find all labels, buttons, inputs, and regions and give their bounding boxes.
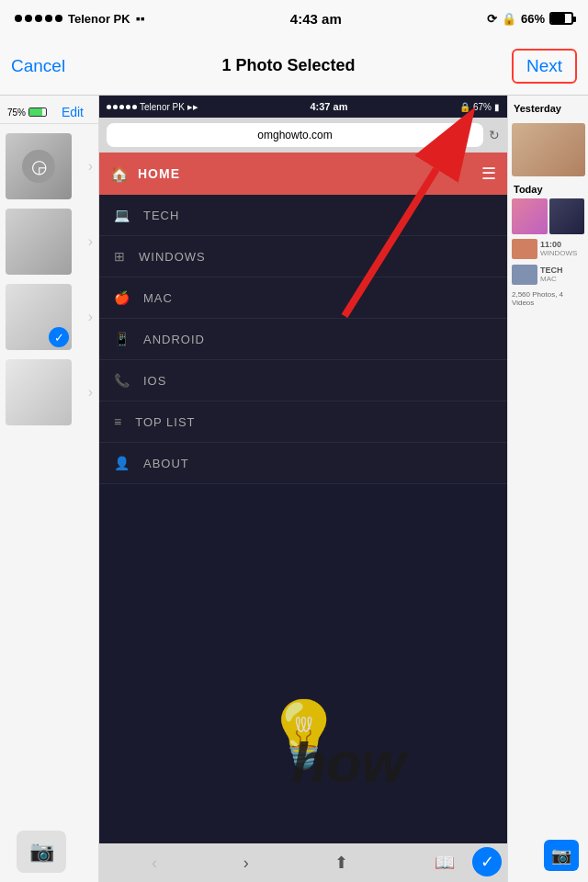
bookmark-icon[interactable]: 📖	[435, 853, 455, 873]
chevron-right-4: ›	[88, 384, 93, 401]
today-thumb-1[interactable]	[512, 198, 548, 234]
mac-label: MAC	[143, 291, 173, 305]
tech-icon: 💻	[114, 208, 130, 222]
site-nav-bar: 🏠 HOME ☰	[99, 153, 507, 195]
inner-status-bar: Telenor PK ▸▸ 4:37 am 🔒 67% ▮	[99, 96, 507, 118]
menu-item-android[interactable]: 📱 ANDROID	[99, 319, 507, 360]
about-icon: 👤	[114, 456, 130, 470]
list-item-text-2: TECH MAC	[540, 265, 563, 285]
tech-label: TECH	[143, 209, 179, 222]
url-field[interactable]: omghowto.com	[107, 123, 483, 147]
list-mini-thumb-2[interactable]	[512, 265, 537, 285]
main-content: 75% Edit ◶ › › ✓	[0, 96, 588, 882]
time-label: 4:43 am	[290, 11, 342, 27]
share-button[interactable]: ⬆	[334, 853, 348, 873]
status-right: ⟳ 🔒 66%	[487, 12, 573, 26]
carrier-label: Telenor PK	[68, 12, 130, 26]
status-left: Telenor PK ▪▪	[15, 11, 145, 26]
camera-button[interactable]: 📷	[544, 840, 579, 871]
list-mini-thumb-1[interactable]	[512, 239, 537, 259]
menu-item-toplist[interactable]: ≡ TOP LIST	[99, 401, 507, 443]
battery-icon	[549, 12, 573, 25]
menu-item-about[interactable]: 👤 ABOUT	[99, 443, 507, 484]
windows-label: WINDOWS	[139, 250, 206, 264]
back-button[interactable]: ‹	[152, 854, 157, 873]
inner-lock-icon: 🔒	[459, 102, 470, 112]
home-icon: 🏠	[110, 165, 129, 183]
how-watermark: how	[292, 729, 406, 795]
mac-icon: 🍎	[114, 290, 130, 305]
list-item-1: 11:00 WINDOWS	[508, 236, 588, 262]
nav-bar: Cancel 1 Photo Selected Next	[0, 37, 588, 96]
website-content: 🏠 HOME ☰ 💻 TECH ⊞ WINDOWS 🍎 MAC	[99, 153, 507, 484]
inner-status-left: Telenor PK ▸▸	[107, 101, 198, 113]
reload-icon[interactable]: ↻	[489, 128, 500, 142]
battery-percent: 66%	[521, 12, 545, 26]
center-panel: Telenor PK ▸▸ 4:37 am 🔒 67% ▮ omghowto.c…	[99, 96, 507, 882]
inner-battery-bar: ▮	[494, 102, 500, 112]
today-label: Today	[508, 178, 588, 197]
home-label[interactable]: HOME	[138, 166, 180, 181]
about-label: ABOUT	[143, 457, 189, 470]
inner-battery: 75%	[7, 107, 47, 118]
edit-button[interactable]: Edit	[62, 105, 84, 119]
inner-carrier: Telenor PK	[140, 102, 185, 112]
chevron-right-1: ›	[88, 158, 93, 175]
menu-item-ios[interactable]: 📞 IOS	[99, 360, 507, 401]
lightbulb-watermark: 💡	[264, 696, 344, 772]
inner-signal-icon	[107, 105, 137, 109]
menu-list: 💻 TECH ⊞ WINDOWS 🍎 MAC 📱 ANDROID 📞	[99, 195, 507, 484]
browser-bottom-bar: ‹ › ⬆ 📖	[99, 843, 507, 882]
chevron-right-3: ›	[88, 309, 93, 325]
inner-battery-pct: 67%	[473, 102, 492, 112]
selected-photo-thumb[interactable]: ✓	[6, 284, 72, 350]
loading-icon: ⟳	[487, 12, 497, 26]
next-button[interactable]: Next	[512, 49, 577, 84]
photo-row-1: ◶ ›	[0, 133, 98, 199]
wifi-icon: ▪▪	[136, 11, 145, 26]
camera-icon-left: 📷	[17, 831, 66, 873]
hamburger-icon[interactable]: ☰	[481, 164, 496, 184]
cancel-button[interactable]: Cancel	[11, 56, 65, 76]
photo-thumb-2[interactable]	[6, 209, 72, 275]
photo-thumb-1[interactable]: ◶	[6, 133, 72, 199]
ios-label: IOS	[143, 374, 166, 388]
ios-icon: 📞	[114, 373, 130, 388]
today-grid	[512, 198, 584, 234]
inner-wifi-icon: ▸▸	[187, 101, 198, 113]
windows-icon: ⊞	[114, 249, 126, 264]
battery-bar-small	[28, 107, 47, 117]
android-icon: 📱	[114, 332, 130, 346]
photo-row-3: ✓ ›	[0, 284, 98, 350]
chevron-right-2: ›	[88, 233, 93, 250]
menu-item-mac[interactable]: 🍎 MAC	[99, 277, 507, 319]
photo-row-2: ›	[0, 209, 98, 275]
menu-item-windows[interactable]: ⊞ WINDOWS	[99, 236, 507, 277]
battery-pct-inner: 75%	[7, 107, 26, 118]
url-text: omghowto.com	[257, 129, 332, 141]
android-label: ANDROID	[143, 333, 205, 346]
photo-thumb-4[interactable]	[6, 359, 72, 425]
forward-button[interactable]: ›	[243, 854, 249, 873]
photo-count: 2,560 Photos, 4 Videos	[508, 288, 588, 310]
today-thumb-2[interactable]	[549, 198, 585, 234]
list-item-text-1: 11:00 WINDOWS	[540, 239, 577, 259]
yesterday-label: Yesterday	[508, 96, 588, 121]
photo-check-badge: ✓	[472, 847, 502, 876]
status-bar: Telenor PK ▪▪ 4:43 am ⟳ 🔒 66%	[0, 0, 588, 37]
clock-icon: ◶	[22, 150, 55, 183]
inner-status-right: 🔒 67% ▮	[459, 102, 500, 112]
selected-check-icon: ✓	[49, 327, 69, 347]
photo-row-4: ›	[0, 359, 98, 425]
page-title: 1 Photo Selected	[222, 56, 356, 75]
left-panel: 75% Edit ◶ › › ✓	[0, 96, 99, 882]
toplist-label: TOP LIST	[135, 415, 195, 429]
toplist-icon: ≡	[114, 414, 122, 429]
lock-icon: 🔒	[502, 12, 516, 26]
browser-address-bar: omghowto.com ↻	[99, 118, 507, 153]
menu-item-tech[interactable]: 💻 TECH	[99, 195, 507, 236]
list-item-2: TECH MAC	[508, 262, 588, 288]
right-panel: Yesterday Today 11:00 WINDOWS TECH MAC	[507, 96, 588, 882]
yesterday-thumb[interactable]	[512, 123, 585, 176]
signal-icon	[15, 15, 62, 22]
